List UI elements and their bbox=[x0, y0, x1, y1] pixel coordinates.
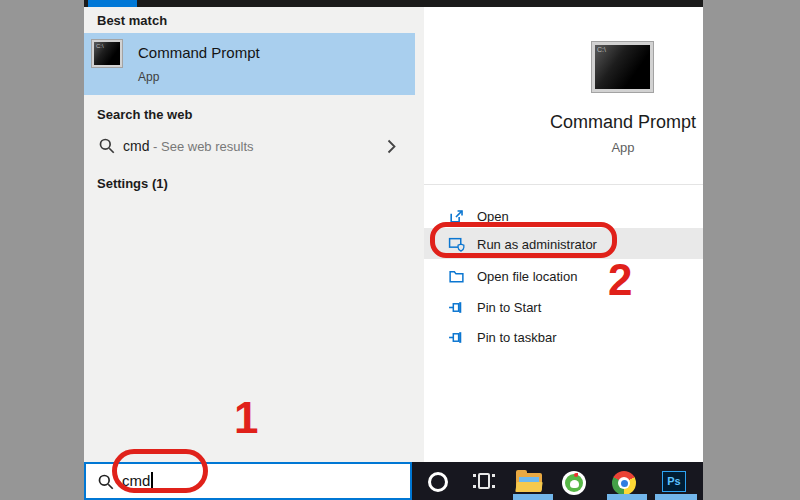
action-open-file-location[interactable]: Open file location bbox=[424, 266, 703, 286]
task-view-dot bbox=[473, 474, 476, 477]
best-match-title: Command Prompt bbox=[138, 44, 260, 61]
search-tabs-strip bbox=[84, 0, 703, 7]
task-view-icon[interactable] bbox=[473, 473, 495, 489]
web-result-row[interactable]: cmd - See web results bbox=[84, 130, 415, 163]
search-icon bbox=[98, 137, 116, 155]
taskbar: Ps bbox=[412, 462, 703, 500]
chevron-right-icon[interactable] bbox=[387, 139, 396, 154]
cortana-icon[interactable] bbox=[428, 472, 448, 492]
best-match-header: Best match bbox=[97, 13, 167, 28]
chrome-core bbox=[621, 480, 628, 487]
annotation-box-run-as-administrator bbox=[430, 222, 617, 258]
pin-icon bbox=[448, 329, 465, 346]
coccoc-spark bbox=[574, 473, 578, 477]
coccoc-browser-icon[interactable] bbox=[562, 471, 586, 495]
folder-front bbox=[515, 482, 542, 492]
chrome-icon[interactable] bbox=[612, 471, 636, 495]
task-view-frame bbox=[478, 473, 490, 489]
preview-app-title: Command Prompt bbox=[513, 112, 733, 133]
pin-icon bbox=[448, 299, 465, 316]
task-view-dot bbox=[473, 485, 476, 488]
settings-header: Settings (1) bbox=[97, 176, 168, 191]
folder-icon bbox=[448, 268, 465, 285]
search-web-header: Search the web bbox=[97, 107, 192, 122]
preview-app-subtitle: App bbox=[513, 140, 733, 155]
command-prompt-icon: C:\ bbox=[92, 40, 122, 67]
best-match-result-command-prompt[interactable]: C:\ Command Prompt App bbox=[84, 33, 415, 95]
task-view-dot bbox=[492, 474, 495, 477]
task-view-dot bbox=[492, 485, 495, 488]
active-tab-indicator bbox=[88, 0, 137, 7]
web-result-query: cmd bbox=[123, 138, 149, 154]
running-app-indicator bbox=[655, 494, 697, 500]
windows-search-flyout-screenshot: Best match C:\ Command Prompt App Search… bbox=[0, 0, 800, 500]
file-explorer-icon[interactable] bbox=[516, 470, 542, 494]
action-pin-to-start[interactable]: Pin to Start bbox=[424, 297, 703, 317]
command-prompt-large-icon: C:\ bbox=[592, 42, 653, 92]
annotation-step-1: 1 bbox=[234, 396, 258, 440]
annotation-oval-search-query bbox=[112, 449, 208, 493]
annotation-step-2: 2 bbox=[608, 258, 632, 302]
web-result-suffix: - See web results bbox=[149, 139, 253, 154]
web-result-text: cmd - See web results bbox=[123, 138, 254, 154]
running-app-indicator bbox=[513, 494, 553, 500]
action-pin-to-taskbar[interactable]: Pin to taskbar bbox=[424, 327, 703, 347]
coccoc-crab bbox=[570, 480, 579, 488]
preview-divider bbox=[424, 184, 703, 185]
running-app-indicator bbox=[607, 494, 647, 500]
best-match-subtitle: App bbox=[138, 70, 159, 84]
photoshop-icon[interactable]: Ps bbox=[662, 471, 686, 492]
